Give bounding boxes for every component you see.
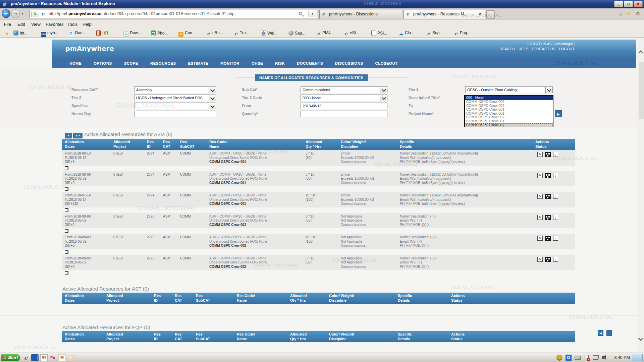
link-search[interactable]: SEARCH — [499, 47, 515, 51]
volume-icon[interactable] — [602, 355, 608, 361]
nav-documents[interactable]: DOCUMENTS — [297, 61, 323, 65]
link-logout[interactable]: LOGOUT — [559, 47, 575, 51]
chevron-down-icon[interactable] — [545, 87, 552, 93]
maximize-button[interactable]: ▢ — [624, 1, 633, 7]
comment-download-icon[interactable]: ↓ — [553, 173, 558, 178]
column-header-project[interactable]: AllocatedProject — [104, 293, 151, 304]
select-tier-1[interactable]: OPSC - Outside Plant Cabling — [465, 86, 553, 93]
dropdown-option[interactable]: COMM OSPC Crew 002 — [465, 100, 553, 104]
edit-icon[interactable]: ✎ — [537, 152, 543, 157]
tab-resources[interactable]: e pmAnywhere - Resources M... ✕ — [404, 10, 485, 19]
menu-help[interactable]: Help — [83, 22, 92, 27]
nav-home[interactable]: HOME — [69, 61, 82, 65]
scroll-up-icon[interactable] — [638, 50, 644, 56]
home-icon[interactable]: ⌂ — [619, 11, 622, 16]
history-dropdown-icon[interactable]: ▼ — [21, 12, 24, 15]
select-tier3code[interactable]: 000 - None — [301, 95, 387, 101]
menu-edit[interactable]: Edit — [17, 22, 25, 27]
expand-row-icon[interactable] — [65, 187, 68, 191]
column-header-project[interactable]: AllocatedProject — [104, 331, 151, 342]
favorite-item-tra[interactable]: eTra... — [233, 31, 249, 37]
window-icon[interactable] — [31, 354, 39, 361]
resource-card-icon[interactable] — [545, 215, 551, 220]
scrollbar-thumb[interactable] — [639, 62, 644, 119]
menu-favorites[interactable]: Favorites — [46, 22, 63, 27]
favorites-star-icon[interactable]: ★ — [626, 11, 631, 16]
column-header-details[interactable]: SpecificDetails — [397, 139, 533, 150]
sort-desc-button[interactable]: ▼ — [65, 133, 72, 138]
expand-row-icon[interactable] — [65, 229, 68, 233]
app-logo[interactable]: pmAnywhere — [65, 45, 114, 52]
show-desktop-button[interactable] — [632, 354, 643, 361]
resource-card-icon[interactable] — [545, 152, 551, 157]
column-header-details[interactable]: SpecificDetails — [395, 293, 448, 304]
resource-card-icon[interactable] — [545, 194, 551, 199]
edit-icon[interactable]: ✎ — [537, 257, 543, 262]
comment-download-icon[interactable]: ↓ — [553, 194, 558, 199]
app-04-icon[interactable]: 04 — [40, 354, 48, 361]
settings-gear-icon[interactable]: ⚙ — [636, 11, 640, 16]
edit-icon[interactable]: ✎ — [537, 173, 543, 178]
column-header-name[interactable]: Res Code/Name — [207, 139, 303, 150]
favorite-item-int[interactable]: Int... — [13, 31, 28, 37]
submit-arrow-button[interactable]: ▶ — [555, 110, 562, 117]
internet-explorer-icon[interactable]: e — [22, 354, 30, 361]
scroll-down-icon[interactable] — [638, 336, 644, 341]
app-circle-icon[interactable] — [67, 354, 75, 361]
comment-download-icon[interactable]: ↓ — [553, 215, 558, 220]
outlook-icon[interactable]: O — [566, 355, 572, 361]
search-icon[interactable] — [299, 12, 302, 15]
favorite-item-con[interactable]: iiCon... — [178, 31, 196, 37]
column-header-qtyhrs[interactable]: AllocatedQty * Hrs — [287, 331, 326, 342]
favorite-item-psi[interactable]: PSI... — [371, 31, 387, 37]
column-header-status[interactable]: ActionsStatus — [533, 139, 575, 150]
favorite-item-clo[interactable]: ☁Clo... — [398, 31, 414, 37]
input-from[interactable]: 2018-08-15 — [301, 103, 387, 109]
column-header-status[interactable]: ActionsStatus — [448, 293, 575, 304]
back-button[interactable]: ← — [2, 9, 10, 18]
favorite-item-hr[interactable]: HR ... — [96, 31, 113, 37]
expand-row-icon[interactable] — [65, 271, 68, 275]
favorite-item-wel[interactable]: Wel... — [261, 31, 277, 37]
favorite-item-ere[interactable]: eeRe... — [206, 31, 223, 37]
description-title-dropdown-list[interactable]: 000 - NoneCOMM OSPC Crew 002COMM OSPC Cr… — [464, 95, 553, 127]
link-contact-us[interactable]: CONTACT US — [532, 47, 555, 51]
nav-monitor[interactable]: MONITOR — [220, 61, 239, 65]
nav-scope[interactable]: SCOPE — [124, 61, 138, 65]
tab-close-icon[interactable]: ✕ — [478, 11, 483, 16]
column-header-cat[interactable]: ResCAT — [160, 139, 177, 150]
column-header-project[interactable]: AllocatedProject — [111, 139, 144, 150]
address-bar[interactable]: ⇅ e http://pm4.pmanywhere.co/Interface/0… — [30, 10, 317, 18]
column-header-dates[interactable]: AllotcationDates — [62, 293, 104, 304]
nav-discussions[interactable]: DISCUSSIONS — [335, 61, 363, 65]
refresh-icon[interactable]: ⇅ — [31, 11, 39, 17]
resource-card-icon[interactable] — [545, 173, 551, 178]
nav-resources[interactable]: RESOURCES — [150, 61, 176, 65]
nav-closeout[interactable]: CLOSEOUT — [375, 61, 397, 65]
minimize-button[interactable]: _ — [614, 1, 623, 7]
column-header-discipline[interactable]: Color/ Weight/Discipline — [326, 331, 395, 342]
favorite-item-pm4[interactable]: ePM4 — [316, 31, 331, 37]
taskbar-clock[interactable]: 3:40 PM — [614, 355, 630, 360]
edit-icon[interactable]: ✎ — [537, 236, 543, 241]
column-header-status[interactable]: ActionsStatus — [448, 331, 575, 342]
select-subcat[interactable]: Communications — [301, 86, 387, 93]
dropdown-option[interactable]: COMM OSPC Crew 001 — [465, 119, 553, 123]
menu-file[interactable]: File — [4, 22, 11, 27]
column-header-details[interactable]: SpecificDetails — [395, 331, 448, 342]
favorite-item-est[interactable]: eeSt... — [343, 31, 359, 37]
column-header-name[interactable]: Res Code/Name — [234, 331, 287, 342]
favorite-item-sup[interactable]: eSup... — [426, 31, 443, 37]
nav-estimate[interactable]: ESTIMATE — [188, 61, 208, 65]
column-header-discipline[interactable]: Color/ Weight/Discipline — [326, 293, 395, 304]
comment-download-icon[interactable]: ↓ — [553, 236, 558, 241]
sort-toggle-button[interactable]: ▲▼ — [73, 133, 83, 138]
column-header-cat[interactable]: ResCAT — [172, 331, 193, 342]
security-icon[interactable] — [556, 355, 562, 361]
nav-qhse[interactable]: QHSE — [252, 61, 263, 65]
tab-discussions[interactable]: e pmAnywhere - Discussions — [319, 10, 402, 19]
vertical-scrollbar[interactable] — [638, 38, 644, 353]
edit-icon[interactable]: ✎ — [537, 194, 543, 199]
favorite-item-sau[interactable]: Sau... — [288, 31, 305, 37]
pager-stop-button[interactable] — [606, 330, 612, 336]
